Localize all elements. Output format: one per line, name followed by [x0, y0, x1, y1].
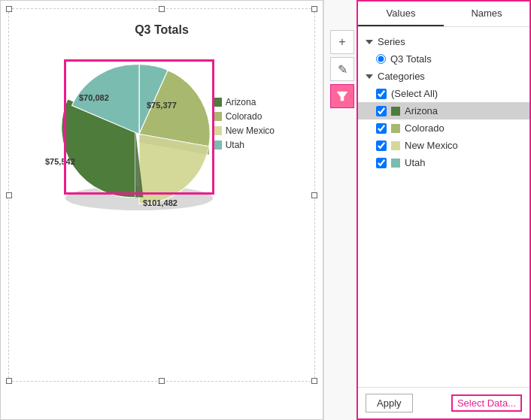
- utah-color-swatch: [391, 159, 400, 168]
- category-item-newmexico[interactable]: New Mexico: [358, 137, 529, 154]
- categories-triangle: [366, 74, 373, 79]
- category-item-colorado[interactable]: Colorado: [358, 119, 529, 137]
- series-radio-item[interactable]: Q3 Totals: [358, 50, 529, 68]
- resize-handle-br[interactable]: [311, 378, 317, 384]
- sidebar-footer: Apply Select Data...: [358, 387, 529, 418]
- colorado-category-label: Colorado: [405, 122, 445, 134]
- arizona-checkbox[interactable]: [376, 106, 387, 116]
- newmexico-checkbox[interactable]: [376, 141, 387, 151]
- utah-checkbox[interactable]: [376, 158, 387, 168]
- resize-handle-tm[interactable]: [159, 6, 165, 12]
- tab-values[interactable]: Values: [358, 2, 444, 26]
- arizona-category-label: Arizona: [405, 105, 438, 116]
- resize-handle-bm[interactable]: [159, 378, 165, 384]
- newmexico-category-label: New Mexico: [405, 140, 458, 151]
- legend-item-utah: Utah: [213, 140, 275, 150]
- filter-button[interactable]: [330, 84, 354, 108]
- label-arizona: $75,377: [147, 101, 177, 110]
- categories-header: Categories: [358, 68, 529, 85]
- legend-label-arizona: Arizona: [226, 97, 256, 107]
- svg-marker-1: [337, 92, 347, 101]
- series-header: Series: [358, 33, 529, 50]
- categories-label: Categories: [378, 71, 425, 82]
- select-all-checkbox[interactable]: [376, 89, 387, 99]
- legend-item-arizona: Arizona: [213, 97, 275, 107]
- pie-chart-svg: [49, 52, 229, 225]
- toolbar: + ✎: [323, 0, 361, 420]
- legend-label-colorado: Colorado: [226, 111, 262, 122]
- select-all-item[interactable]: (Select All): [358, 85, 529, 102]
- legend-label-newmexico: New Mexico: [226, 125, 275, 136]
- select-all-label: (Select All): [391, 88, 438, 99]
- category-item-utah[interactable]: Utah: [358, 154, 529, 171]
- brush-button[interactable]: ✎: [330, 57, 354, 81]
- category-item-arizona[interactable]: Arizona: [358, 102, 529, 119]
- legend-color-colorado: [213, 112, 222, 121]
- resize-handle-mr[interactable]: [311, 192, 317, 198]
- colorado-color-swatch: [391, 124, 400, 133]
- legend-item-colorado: Colorado: [213, 111, 275, 122]
- legend-label-utah: Utah: [226, 140, 244, 150]
- select-data-link[interactable]: Select Data...: [451, 394, 522, 412]
- label-colorado: $75,542: [45, 157, 75, 166]
- legend-color-utah: [213, 141, 222, 150]
- arizona-color-swatch: [391, 107, 400, 116]
- colorado-checkbox[interactable]: [376, 123, 387, 134]
- series-triangle: [366, 40, 373, 44]
- newmexico-color-swatch: [391, 141, 400, 150]
- series-item-label: Q3 Totals: [390, 53, 432, 65]
- add-element-button[interactable]: +: [330, 30, 354, 54]
- label-newmexico: $101,482: [143, 198, 178, 207]
- chart-area: Q3 Totals: [0, 0, 323, 420]
- legend: Arizona Colorado New Mexico Utah: [213, 97, 275, 154]
- filter-icon: [335, 89, 349, 103]
- resize-handle-tl[interactable]: [6, 6, 12, 12]
- resize-handle-bl[interactable]: [6, 378, 12, 384]
- resize-handle-ml[interactable]: [6, 192, 12, 198]
- pie-container: $75,377 $75,542 $101,482 $70,082 Arizona…: [41, 52, 282, 232]
- sidebar-tabs: Values Names: [358, 2, 529, 27]
- utah-category-label: Utah: [405, 157, 425, 168]
- legend-color-arizona: [213, 98, 222, 107]
- legend-color-newmexico: [213, 126, 222, 135]
- series-label: Series: [378, 36, 405, 47]
- tab-names[interactable]: Names: [444, 2, 529, 26]
- sidebar-panel: Values Names Series Q3 Totals Categories…: [357, 0, 531, 420]
- series-radio[interactable]: [376, 54, 386, 64]
- label-utah: $70,082: [79, 93, 109, 102]
- resize-handle-tr[interactable]: [311, 6, 317, 12]
- apply-button[interactable]: Apply: [366, 394, 413, 412]
- legend-item-newmexico: New Mexico: [213, 125, 275, 136]
- sidebar-content: Series Q3 Totals Categories (Select All)…: [358, 27, 529, 387]
